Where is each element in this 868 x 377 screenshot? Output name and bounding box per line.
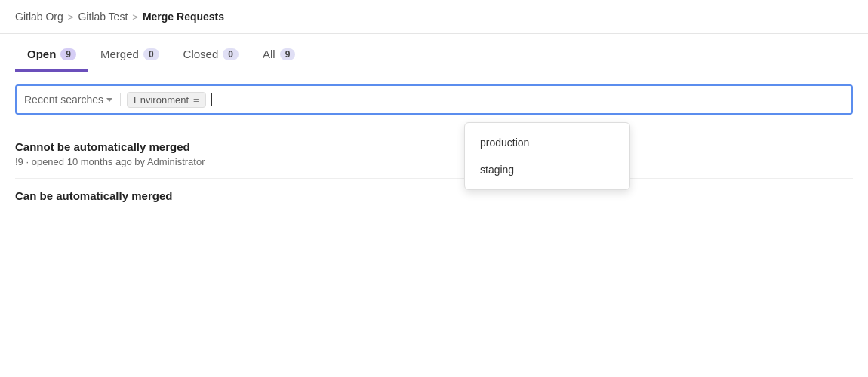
tab-all-count: 9 (280, 48, 296, 60)
breadcrumb-part1[interactable]: Gitlab Org (15, 11, 63, 23)
tabs-bar: Open 9 Merged 0 Closed 0 All 9 (0, 40, 868, 72)
mr-title-2[interactable]: Can be automatically merged (15, 189, 853, 202)
content-area: Cannot be automatically merged !9 · open… (0, 115, 868, 216)
mr-title-1[interactable]: Cannot be automatically merged (15, 140, 853, 153)
dropdown-item-staging[interactable]: staging (465, 156, 629, 183)
tab-closed-count: 0 (223, 48, 239, 60)
tab-all-label: All (263, 48, 275, 60)
chevron-down-icon (106, 98, 112, 102)
tab-closed-label: Closed (183, 48, 219, 60)
mr-item-2: Can be automatically merged (15, 179, 853, 216)
tab-open[interactable]: Open 9 (15, 40, 88, 72)
environment-dropdown: production staging (464, 122, 630, 190)
mr-item-1: Cannot be automatically merged !9 · open… (15, 130, 853, 179)
tab-all[interactable]: All 9 (251, 40, 307, 72)
filter-token-eq: = (193, 94, 199, 106)
filter-token-label: Environment (134, 94, 189, 106)
breadcrumb-sep1: > (68, 11, 74, 23)
mr-meta-1: !9 · opened 10 months ago by Administrat… (15, 156, 853, 167)
text-cursor (211, 93, 212, 106)
tab-open-count: 9 (60, 48, 76, 60)
tab-merged-count: 0 (143, 48, 159, 60)
tab-closed[interactable]: Closed 0 (171, 40, 251, 72)
tab-merged-label: Merged (100, 48, 139, 60)
filter-bar[interactable]: Recent searches Environment = (15, 84, 853, 115)
breadcrumb-current: Merge Requests (143, 11, 224, 23)
breadcrumb-sep2: > (132, 11, 138, 23)
mr-meta-text-1: !9 · opened 10 months ago by Administrat… (15, 156, 205, 167)
filter-token-environment[interactable]: Environment = (127, 92, 206, 108)
breadcrumb-part2[interactable]: Gitlab Test (78, 11, 128, 23)
recent-searches-button[interactable]: Recent searches (24, 93, 121, 106)
tab-merged[interactable]: Merged 0 (88, 40, 171, 72)
dropdown-item-production[interactable]: production (465, 129, 629, 156)
recent-searches-label: Recent searches (24, 93, 103, 106)
breadcrumb: Gitlab Org > Gitlab Test > Merge Request… (0, 0, 868, 34)
tab-open-label: Open (27, 48, 56, 60)
filter-area: Recent searches Environment = production… (0, 72, 868, 115)
